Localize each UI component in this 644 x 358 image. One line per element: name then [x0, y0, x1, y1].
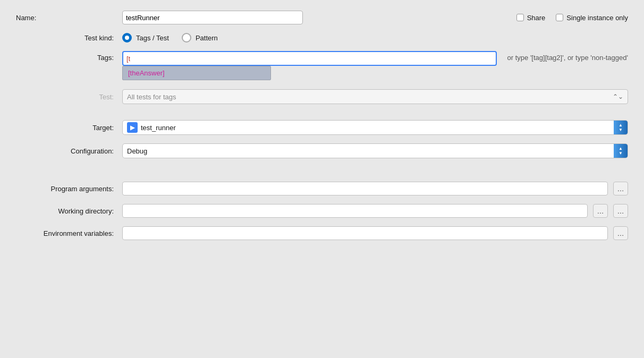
autocomplete-dropdown: [theAnswer]: [122, 66, 271, 80]
single-instance-checkbox[interactable]: [556, 14, 563, 21]
config-down-arrow: ▼: [618, 151, 623, 156]
test-controls: All tests for tags ⌃⌄: [122, 89, 628, 104]
program-arguments-input[interactable]: [122, 182, 608, 195]
working-directory-label: Working directory:: [16, 207, 122, 215]
target-row: Target: ▶ test_runner ▲ ▼: [16, 120, 628, 135]
tags-hint: or type '[tag][tag2]', or type 'non-tagg…: [507, 51, 628, 62]
radio-tags-label: Tags / Test: [136, 34, 169, 42]
tags-label: Tags:: [16, 51, 122, 62]
target-select[interactable]: ▶ test_runner ▲ ▼: [122, 120, 628, 135]
working-directory-controls: … …: [122, 204, 628, 218]
radio-group: Tags / Test Pattern: [122, 33, 218, 42]
configuration-label: Configuration:: [16, 147, 122, 155]
program-arguments-btn[interactable]: …: [613, 182, 628, 195]
up-arrow: ▲: [618, 123, 623, 127]
environment-variables-label: Environment variables:: [16, 229, 122, 237]
share-label: Share: [527, 14, 546, 22]
environment-variables-row: Environment variables: …: [16, 226, 628, 240]
program-arguments-label: Program arguments:: [16, 185, 122, 193]
test-select[interactable]: All tests for tags ⌃⌄: [122, 89, 628, 104]
environment-variables-btn[interactable]: …: [613, 226, 628, 240]
radio-pattern-label: Pattern: [196, 34, 218, 42]
test-placeholder: All tests for tags: [127, 93, 176, 101]
configuration-arrows-btn[interactable]: ▲ ▼: [614, 143, 628, 158]
environment-variables-input[interactable]: [122, 226, 608, 240]
test-kind-label: Test kind:: [16, 34, 122, 42]
program-arguments-controls: …: [122, 182, 628, 195]
target-controls: ▶ test_runner ▲ ▼: [122, 120, 628, 135]
environment-variables-controls: …: [122, 226, 628, 240]
stepper-icon: ⌃⌄: [613, 93, 623, 100]
program-arguments-row: Program arguments: …: [16, 182, 628, 195]
target-label: Target:: [16, 124, 122, 132]
radio-pattern[interactable]: Pattern: [182, 33, 218, 42]
share-checkbox[interactable]: [516, 14, 524, 21]
radio-tags-test[interactable]: Tags / Test: [122, 33, 169, 42]
down-arrow: ▼: [618, 128, 623, 132]
configuration-value: Debug: [127, 147, 147, 155]
working-directory-input[interactable]: [122, 204, 588, 218]
tags-input-wrapper: [theAnswer]: [122, 51, 497, 66]
working-directory-btn1[interactable]: …: [593, 204, 608, 218]
tags-controls: [theAnswer] or type '[tag][tag2]', or ty…: [122, 51, 628, 66]
working-directory-row: Working directory: … …: [16, 204, 628, 218]
configuration-select-content: Debug: [123, 147, 614, 155]
radio-pattern-circle[interactable]: [182, 33, 191, 42]
working-directory-btn2[interactable]: …: [613, 204, 628, 218]
tags-input[interactable]: [122, 51, 497, 66]
single-instance-checkbox-group: Single instance only: [556, 14, 628, 22]
configuration-row: Configuration: Debug ▲ ▼: [16, 143, 628, 158]
configuration-select[interactable]: Debug ▲ ▼: [122, 143, 628, 158]
tags-row: Tags: [theAnswer] or type '[tag][tag2]',…: [16, 51, 628, 66]
top-row-right: Share Single instance only: [516, 14, 628, 22]
test-kind-row: Test kind: Tags / Test Pattern: [16, 33, 628, 42]
single-instance-label: Single instance only: [566, 14, 628, 22]
test-kind-controls: Tags / Test Pattern: [122, 33, 628, 42]
target-icon: ▶: [127, 122, 138, 133]
test-row: Test: All tests for tags ⌃⌄: [16, 89, 628, 104]
name-input[interactable]: [122, 11, 303, 24]
config-up-arrow: ▲: [618, 147, 623, 151]
name-label: Name:: [16, 14, 122, 22]
configuration-controls: Debug ▲ ▼: [122, 143, 628, 158]
radio-tags-circle[interactable]: [122, 33, 132, 42]
autocomplete-item-theanswer[interactable]: [theAnswer]: [123, 66, 270, 80]
target-arrows-btn[interactable]: ▲ ▼: [614, 120, 628, 135]
target-select-content: ▶ test_runner: [123, 122, 614, 133]
target-value: test_runner: [141, 124, 176, 132]
share-checkbox-group: Share: [516, 14, 546, 22]
test-label: Test:: [16, 93, 122, 101]
name-row-left: Name:: [16, 11, 303, 24]
top-row: Name: Share Single instance only: [16, 11, 628, 24]
